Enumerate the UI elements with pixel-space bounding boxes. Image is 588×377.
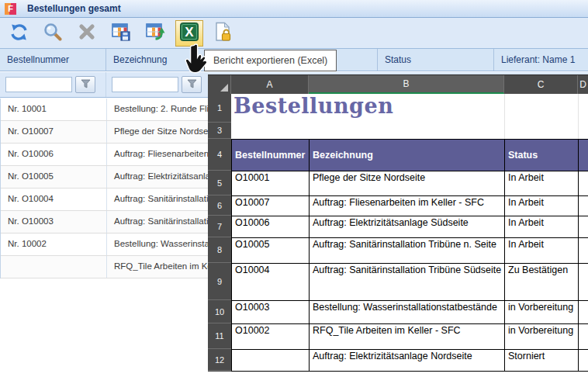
sheet-cell[interactable]: Bestellung: Wasserinstallationstatbestän… [310, 301, 505, 324]
cell-bestellnummer: Nr. 10002 [1, 233, 107, 255]
sheet-cell[interactable]: Auftrag: Elektrizitätsanlage Nordseite [310, 350, 505, 372]
sheet-cell-d[interactable] [579, 301, 588, 324]
row-number[interactable]: 8 [208, 237, 231, 263]
excel-preview-window: A B C D 1 3 4 5 6 7 8 9 10 11 12 Bestell… [208, 74, 588, 370]
delete-button[interactable] [73, 20, 101, 47]
cell-bestellnummer: Nr. O10004 [1, 188, 107, 210]
row-number[interactable]: 10 [208, 300, 231, 323]
sheet-cell[interactable]: O10003 [232, 301, 310, 324]
column-header-status[interactable]: Status [378, 49, 494, 71]
cell-bestellnummer [1, 256, 107, 278]
search-button[interactable] [39, 20, 67, 47]
row-number[interactable]: 4 [208, 139, 231, 171]
export-grid-icon [145, 22, 165, 44]
row-number[interactable]: 12 [208, 349, 231, 371]
row-number[interactable]: 6 [208, 195, 231, 216]
column-letter-a[interactable]: A [231, 75, 309, 94]
column-header-lieferant[interactable]: Lieferant: Name 1 [494, 49, 588, 71]
sheet-cell[interactable]: In Arbeit [505, 216, 579, 238]
sheet-cell-d[interactable] [579, 196, 588, 216]
sheet-cell[interactable] [232, 350, 310, 372]
row-number[interactable]: 7 [208, 216, 231, 237]
sheet-header-row: Bestellnummer Bezeichnung Status [232, 140, 588, 171]
sheet-header-bestellnummer[interactable]: Bestellnummer [232, 140, 310, 171]
sheet-cell-d[interactable] [579, 324, 588, 350]
excel-row-number-gutter: 1 3 4 5 6 7 8 9 10 11 12 [208, 94, 231, 372]
sheet-cell[interactable]: Auftrag: Sanitärinstallation Tribüne n. … [310, 238, 505, 264]
filter-funnel-button-bestellnummer[interactable] [75, 76, 95, 93]
sheet-cell-d[interactable] [579, 264, 588, 301]
sheet-cell[interactable]: O10005 [232, 238, 310, 264]
sheet-cell[interactable]: O10002 [232, 324, 310, 350]
sheet-cell[interactable]: O10004 [232, 264, 310, 301]
refresh-button[interactable] [5, 20, 33, 47]
row-number[interactable]: 1 [208, 94, 231, 123]
sheet-cell[interactable]: In Arbeit [505, 238, 579, 264]
sheet-row[interactable]: O10007 Auftrag: Fliesenarbeiten im Kelle… [232, 196, 588, 216]
sheet-cell-d[interactable] [579, 171, 588, 196]
export-grid-button[interactable] [141, 20, 169, 47]
delete-icon [78, 23, 95, 43]
sheet-cell[interactable]: Auftrag: Sanitärinstallation Tribüne Süd… [310, 264, 505, 301]
sheet-cell[interactable]: in Vorbereitung [505, 301, 579, 324]
sheet-cell[interactable]: Zu Bestätigen [505, 264, 579, 301]
sheet-cell[interactable]: Pflege der Sitze Nordseite [310, 171, 505, 196]
cell-bestellnummer: Nr. O10007 [1, 121, 107, 143]
sheet-cell-d[interactable] [579, 216, 588, 238]
filter-input-bestellnummer[interactable] [5, 77, 72, 92]
column-header-bestellnummer[interactable]: Bestellnummer [0, 49, 106, 71]
sheet-cell-d[interactable] [579, 238, 588, 264]
sheet-row[interactable]: O10004 Auftrag: Sanitärinstallation Trib… [232, 264, 588, 301]
filter-funnel-button-bezeichnung[interactable] [182, 76, 202, 93]
sheet-row[interactable]: O10005 Auftrag: Sanitärinstallation Trib… [232, 238, 588, 264]
sheet-row[interactable]: O10001 Pflege der Sitze Nordseite In Arb… [232, 171, 588, 196]
sheet-cell[interactable]: Auftrag: Elektrizitätsanlage Südseite [310, 216, 505, 238]
excel-export-icon: X [179, 22, 199, 44]
row-number[interactable]: 5 [208, 171, 231, 195]
excel-column-header-strip: A B C D [208, 75, 588, 94]
sheet-cell[interactable]: O10001 [232, 171, 310, 196]
gridline [504, 94, 505, 139]
sheet-cell[interactable]: RFQ_Tile Arbeiten im Keller - SFC [310, 324, 505, 350]
row-number[interactable]: 11 [208, 323, 231, 349]
sheet-row[interactable]: O10002 RFQ_Tile Arbeiten im Keller - SFC… [232, 324, 588, 350]
sheet-row[interactable]: Auftrag: Elektrizitätsanlage Nordseite S… [232, 350, 588, 372]
sheet-cell[interactable]: in Vorbereitung [505, 324, 579, 350]
column-letter-d[interactable]: D [578, 75, 588, 94]
column-letter-c[interactable]: C [504, 75, 578, 94]
sheet-cell[interactable]: In Arbeit [505, 196, 579, 216]
sheet-cell[interactable]: Storniert [505, 350, 579, 372]
filter-cell-bestellnummer [0, 72, 106, 97]
report-lock-button[interactable] [209, 20, 237, 47]
sheet-cell[interactable]: O10007 [232, 196, 310, 216]
sheet-cell-d[interactable] [579, 350, 588, 372]
cell-bestellnummer: Nr. O10006 [1, 144, 107, 165]
column-letter-b[interactable]: B [309, 75, 504, 94]
select-all-corner[interactable] [208, 75, 231, 94]
tooltip: Bericht exportieren (Excel) [204, 50, 337, 71]
sheet-title-row[interactable]: Bestellungen [231, 94, 588, 123]
sheet-cell[interactable]: In Arbeit [505, 171, 579, 196]
svg-text:X: X [185, 25, 194, 40]
search-icon [43, 22, 62, 43]
report-lock-icon [214, 22, 233, 44]
sheet-cell[interactable]: Auftrag: Fliesenarbeiten im Keller - SFC [310, 196, 505, 216]
sheet-table: Bestellnummer Bezeichnung Status O10001 … [231, 139, 588, 372]
sheet-row[interactable]: O10003 Bestellung: Wasserinstallationsta… [232, 301, 588, 324]
save-grid-button[interactable] [107, 20, 135, 47]
hand-cursor-icon [184, 43, 210, 78]
row-number[interactable]: 3 [208, 123, 231, 139]
app-logo-icon: F [5, 3, 16, 15]
filter-input-bezeichnung[interactable] [112, 77, 178, 92]
sheet-header-d-sliver [579, 140, 588, 171]
sheet-empty-row[interactable] [231, 123, 588, 139]
sheet-cell[interactable]: O10006 [232, 216, 310, 238]
sheet-header-bezeichnung[interactable]: Bezeichnung [310, 140, 505, 171]
sheet-header-status[interactable]: Status [505, 140, 579, 171]
refresh-icon [9, 22, 29, 44]
sheet-row[interactable]: O10006 Auftrag: Elektrizitätsanlage Süds… [232, 216, 588, 238]
excel-sheet-area: Bestellungen Bestellnummer Bezeichnung S… [231, 94, 588, 372]
toolbar: X [0, 18, 588, 48]
window-titlebar: F Bestellungen gesamt [0, 0, 588, 18]
row-number[interactable]: 9 [208, 263, 231, 300]
